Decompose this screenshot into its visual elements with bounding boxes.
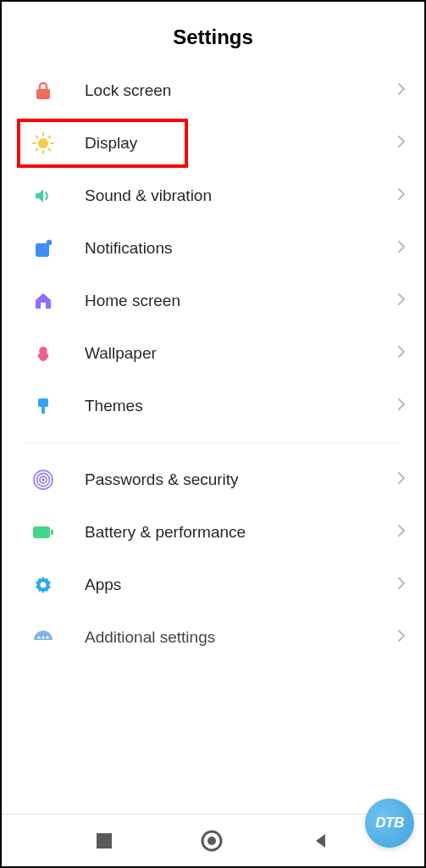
svg-rect-18	[33, 526, 50, 538]
settings-list: Lock screen Display Sound & vibration No…	[2, 64, 424, 809]
svg-rect-24	[97, 833, 112, 849]
chevron-right-icon	[397, 629, 406, 646]
chevron-right-icon	[397, 82, 406, 99]
settings-item-label: Home screen	[85, 292, 397, 310]
settings-item-passwords[interactable]: Passwords & security	[2, 453, 424, 506]
svg-point-23	[46, 636, 48, 638]
fingerprint-icon	[32, 469, 54, 491]
chevron-right-icon	[397, 345, 406, 362]
settings-item-label: Lock screen	[85, 81, 397, 100]
settings-item-battery[interactable]: Battery & performance	[2, 506, 424, 559]
page-title: Settings	[2, 25, 424, 49]
svg-point-17	[42, 479, 44, 481]
settings-item-themes[interactable]: Themes	[2, 380, 424, 432]
home-icon	[32, 290, 54, 312]
header: Settings	[2, 2, 424, 64]
chevron-right-icon	[397, 398, 406, 415]
settings-item-home-screen[interactable]: Home screen	[2, 275, 424, 327]
chevron-right-icon	[397, 135, 406, 152]
dtb-badge: DTB	[365, 798, 414, 848]
chevron-right-icon	[397, 240, 406, 257]
settings-item-label: Themes	[85, 397, 397, 415]
notif-icon	[32, 237, 54, 259]
settings-item-wallpaper[interactable]: Wallpaper	[2, 327, 424, 380]
svg-rect-12	[38, 398, 48, 407]
divider	[25, 442, 401, 443]
chevron-right-icon	[397, 187, 406, 204]
settings-item-apps[interactable]: Apps	[2, 559, 424, 611]
svg-point-11	[47, 240, 52, 245]
settings-item-label: Sound & vibration	[85, 186, 397, 205]
settings-item-label: Display	[85, 134, 397, 153]
chevron-right-icon	[397, 576, 406, 593]
chevron-right-icon	[397, 292, 406, 309]
settings-item-label: Passwords & security	[85, 470, 397, 489]
dots-icon	[32, 626, 54, 648]
svg-line-6	[36, 136, 38, 138]
svg-rect-13	[41, 407, 45, 414]
svg-rect-10	[36, 243, 49, 257]
lock-icon	[32, 80, 54, 102]
svg-rect-19	[51, 530, 53, 535]
home-button[interactable]	[200, 829, 224, 853]
svg-rect-0	[36, 89, 50, 99]
settings-item-label: Additional settings	[85, 628, 397, 647]
sun-icon	[32, 132, 54, 154]
recents-button[interactable]	[97, 833, 112, 849]
settings-item-notifications[interactable]: Notifications	[2, 222, 424, 275]
settings-item-label: Notifications	[85, 239, 397, 258]
battery-icon	[32, 521, 54, 543]
settings-item-label: Battery & performance	[85, 523, 397, 542]
badge-text: DTB	[375, 815, 403, 832]
settings-item-label: Apps	[85, 576, 397, 594]
speaker-icon	[32, 185, 54, 207]
flower-icon	[32, 342, 54, 364]
settings-item-additional[interactable]: Additional settings	[2, 611, 424, 648]
navigation-bar	[2, 814, 424, 866]
chevron-right-icon	[397, 524, 406, 541]
chevron-right-icon	[397, 471, 406, 488]
svg-point-20	[41, 582, 47, 588]
svg-point-21	[37, 636, 40, 638]
svg-line-9	[48, 136, 50, 138]
svg-point-1	[38, 138, 48, 148]
settings-item-display[interactable]: Display	[2, 117, 424, 170]
settings-item-sound[interactable]: Sound & vibration	[2, 170, 424, 222]
svg-point-26	[207, 837, 216, 845]
settings-item-lock-screen[interactable]: Lock screen	[2, 64, 424, 117]
svg-line-8	[36, 148, 38, 150]
settings-item-label: Wallpaper	[85, 344, 397, 363]
brush-icon	[32, 395, 54, 417]
gear-icon	[32, 574, 54, 596]
svg-point-22	[41, 636, 44, 638]
svg-line-7	[48, 148, 50, 150]
back-button[interactable]	[313, 832, 329, 849]
